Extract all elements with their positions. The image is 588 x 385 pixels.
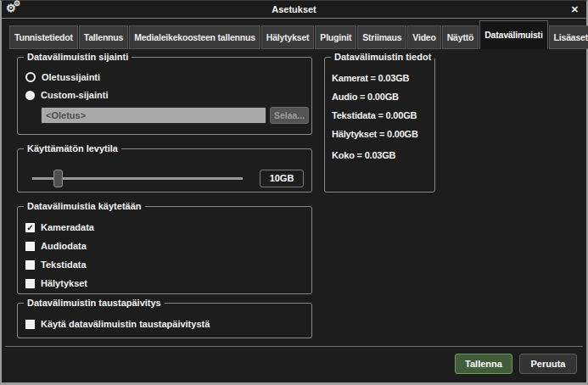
- tab-medialeikekoosteen-tallennus[interactable]: Medialeikekoosteen tallennus: [129, 25, 260, 49]
- disk-space-slider[interactable]: [32, 177, 243, 180]
- checkbox-background-update-label: Käytä datavälimuistin taustapäivitystä: [41, 319, 210, 329]
- slider-thumb[interactable]: [53, 170, 63, 187]
- tab-bar: Tunnistetiedot Tallennus Medialeikekoost…: [2, 19, 586, 49]
- custom-path-input[interactable]: [41, 107, 266, 124]
- tab-video[interactable]: Video: [407, 25, 440, 49]
- group-cache-location: Datavälimuistin sijainti Oletussijainti …: [17, 52, 312, 135]
- checkbox-kameradata-label: Kameradata: [41, 222, 94, 232]
- checkbox-unchecked-icon: [25, 242, 35, 251]
- group-cache-info-legend: Datavälimuistin tiedot: [331, 52, 434, 62]
- group-cache-info: Datavälimuistin tiedot Kamerat = 0.03GB …: [324, 52, 435, 192]
- title-bar: ⚙ ⚙ Asetukset ✕: [2, 1, 586, 19]
- group-unused-disk-space: Käyttämätön levytila 10GB: [17, 143, 312, 192]
- checkbox-background-update[interactable]: Käytä datavälimuistin taustapäivitystä: [25, 319, 311, 329]
- checkbox-audiodata-label: Audiodata: [41, 241, 87, 251]
- footer-buttons: Tallenna Peruuta: [455, 354, 577, 374]
- settings-window: ⚙ ⚙ Asetukset ✕ Tunnistetiedot Tallennus…: [0, 0, 588, 385]
- tab-pluginit[interactable]: Pluginit: [315, 25, 356, 49]
- tab-tunnistetiedot[interactable]: Tunnistetiedot: [9, 25, 78, 49]
- checkbox-halytykset-label: Hälytykset: [41, 278, 87, 288]
- group-background-update-legend: Datavälimuistin taustapäivitys: [24, 298, 165, 308]
- cancel-button[interactable]: Peruuta: [519, 354, 577, 374]
- checkbox-kameradata[interactable]: Kameradata: [25, 222, 311, 232]
- footer-divider: [5, 346, 583, 347]
- info-kamerat: Kamerat = 0.03GB: [332, 73, 434, 83]
- info-total: Koko = 0.03GB: [332, 150, 434, 160]
- save-button[interactable]: Tallenna: [455, 354, 512, 374]
- tab-tallennus[interactable]: Tallennus: [79, 25, 128, 49]
- browse-button[interactable]: Selaa...: [270, 107, 309, 124]
- checkbox-tekstidata-label: Tekstidata: [41, 259, 87, 270]
- disk-space-value: 10GB: [260, 170, 304, 187]
- tab-datavalimuisti[interactable]: Datavälimuisti: [479, 20, 547, 49]
- checkbox-unchecked-icon: [25, 260, 35, 270]
- info-tekstidata: Tekstidata = 0.00GB: [332, 110, 434, 120]
- checkbox-checked-icon: [25, 223, 35, 232]
- radio-custom-location-label: Custom-sijainti: [41, 90, 108, 100]
- tab-halytykset[interactable]: Hälytykset: [261, 25, 315, 49]
- custom-path-row: Selaa...: [41, 107, 309, 124]
- checkbox-unchecked-icon: [25, 279, 35, 288]
- radio-selected-icon: [25, 72, 36, 82]
- radio-default-location-label: Oletussijainti: [42, 72, 100, 82]
- checkbox-audiodata[interactable]: Audiodata: [25, 241, 311, 251]
- info-halytykset: Hälytykset = 0.00GB: [332, 129, 434, 139]
- group-unused-disk-space-legend: Käyttämätön levytila: [24, 143, 121, 153]
- tab-naytto[interactable]: Näyttö: [442, 25, 479, 49]
- group-background-update: Datavälimuistin taustapäivitys Käytä dat…: [17, 298, 312, 338]
- group-cache-location-legend: Datavälimuistin sijainti: [24, 52, 132, 62]
- window-title: Asetukset: [2, 1, 586, 19]
- checkbox-unchecked-icon: [25, 320, 35, 329]
- group-cache-usage: Datavälimuistia käytetään Kameradata Aud…: [17, 201, 312, 294]
- tab-striimaus[interactable]: Striimaus: [357, 25, 406, 49]
- disk-space-slider-row: 10GB: [32, 170, 304, 187]
- radio-default-location[interactable]: Oletussijainti: [25, 72, 311, 82]
- radio-custom-location[interactable]: Custom-sijainti: [25, 90, 311, 100]
- checkbox-tekstidata[interactable]: Tekstidata: [25, 259, 311, 270]
- close-icon[interactable]: ✕: [571, 4, 579, 15]
- tab-lisaasetukset[interactable]: Lisäasetukset: [549, 25, 588, 49]
- group-cache-usage-legend: Datavälimuistia käytetään: [24, 201, 145, 211]
- info-audio: Audio = 0.00GB: [332, 92, 434, 102]
- radio-unselected-icon: [25, 91, 35, 100]
- checkbox-halytykset[interactable]: Hälytykset: [25, 278, 311, 288]
